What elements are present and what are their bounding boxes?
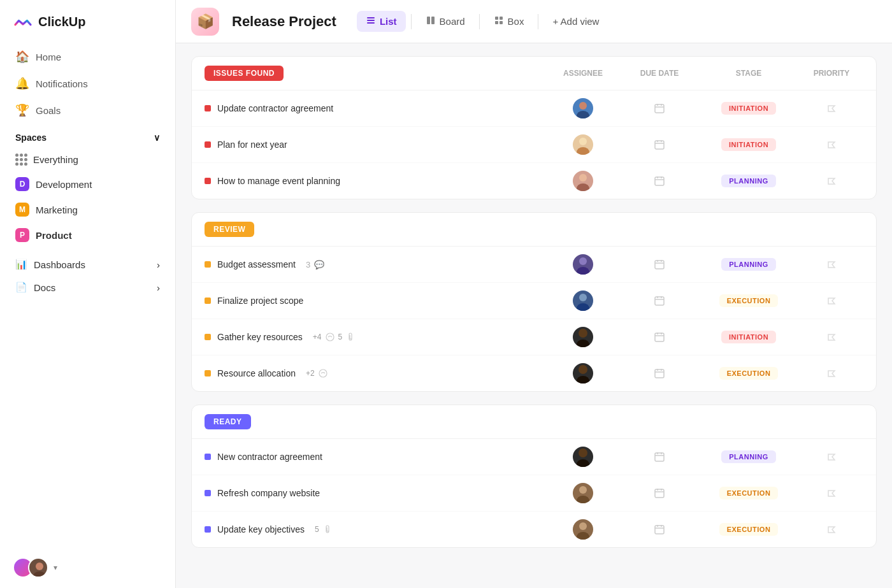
docs-chevron-icon: › (157, 282, 160, 293)
svg-rect-13 (655, 104, 664, 113)
svg-point-43 (577, 340, 589, 347)
sidebar-item-dashboards[interactable]: 📊 Dashboards › (8, 253, 168, 276)
sidebar-item-dashboards-label: Dashboards (34, 259, 85, 270)
stage-badge: PLANNING (721, 450, 775, 463)
subtask-count: +4 (313, 333, 322, 341)
task-stage: EXECUTION (698, 487, 800, 499)
task-name: Plan for next year (217, 140, 287, 150)
user-avatars[interactable] (13, 557, 48, 578)
table-row[interactable]: Resource allocation +2 EXECUTION (192, 355, 876, 391)
svg-point-50 (577, 376, 589, 384)
task-dot (205, 105, 211, 111)
attach-icon3 (323, 525, 332, 534)
task-meta: 3 💬 (306, 260, 324, 269)
svg-point-1 (33, 571, 46, 578)
task-stage: INITIATION (698, 331, 800, 343)
task-stage: INITIATION (698, 102, 800, 115)
sidebar-item-development[interactable]: D Development (8, 171, 168, 197)
svg-rect-63 (655, 489, 664, 498)
logo[interactable]: ClickUp (0, 0, 175, 43)
svg-rect-7 (495, 17, 498, 20)
sidebar-item-docs[interactable]: 📄 Docs › (8, 276, 168, 299)
svg-rect-9 (495, 21, 498, 24)
col-due-date: DUE DATE (621, 69, 698, 78)
task-count: 3 (306, 260, 310, 269)
board-tab-icon (426, 15, 436, 27)
svg-point-11 (579, 102, 587, 110)
sidebar-item-product-label: Product (36, 230, 72, 241)
tab-box[interactable]: Box (485, 11, 533, 32)
sidebar-item-docs-label: Docs (34, 282, 55, 293)
add-view-label: + Add view (552, 16, 599, 27)
add-view-button[interactable]: + Add view (543, 11, 608, 31)
table-row[interactable]: Update contractor agreement INITIATION (192, 90, 876, 127)
svg-point-24 (577, 183, 589, 191)
task-priority (800, 259, 863, 269)
user-menu-chevron-icon[interactable]: ▾ (54, 563, 57, 572)
avatar (573, 483, 593, 503)
section-ready: READY New contractor agreement PLANNIN (191, 405, 877, 548)
view-divider (411, 14, 412, 29)
task-stage: EXECUTION (698, 294, 800, 307)
tab-board[interactable]: Board (417, 11, 474, 32)
svg-point-42 (579, 329, 587, 338)
attach-count3: 5 (315, 525, 319, 534)
svg-point-35 (579, 294, 587, 301)
avatar (573, 519, 593, 540)
list-tab-icon (366, 15, 376, 27)
sidebar-item-everything[interactable]: Everything (8, 148, 168, 171)
task-priority (800, 103, 863, 113)
svg-point-23 (579, 174, 587, 182)
sidebar-item-notifications[interactable]: 🔔 Notifications (8, 70, 168, 97)
svg-rect-31 (655, 261, 664, 269)
sidebar: ClickUp 🏠 Home 🔔 Notifications 🏆 Goals S… (0, 0, 176, 588)
table-row[interactable]: How to manage event planning PLANNING (192, 163, 876, 199)
table-row[interactable]: Gather key resources +4 5 (192, 319, 876, 355)
table-row[interactable]: New contractor agreement PLANNING (192, 439, 876, 475)
attach-count: 5 (338, 333, 343, 341)
table-row[interactable]: Budget assessment 3 💬 PLANNING (192, 247, 876, 283)
svg-point-61 (579, 486, 587, 494)
sidebar-item-home[interactable]: 🏠 Home (8, 43, 168, 70)
task-assignee (545, 519, 621, 540)
sidebar-item-marketing[interactable]: M Marketing (8, 197, 168, 222)
task-name: New contractor agreement (217, 452, 322, 462)
tab-list[interactable]: List (357, 11, 406, 32)
subtask-count2: +2 (306, 369, 315, 378)
logo-text: ClickUp (38, 15, 85, 29)
link-icon (326, 333, 334, 341)
task-due-date (621, 524, 698, 535)
task-due-date (621, 451, 698, 463)
task-priority (800, 296, 863, 306)
tab-box-label: Box (508, 16, 524, 27)
task-name: Gather key resources (217, 332, 303, 342)
table-row[interactable]: Finalize project scope EXECUTION (192, 283, 876, 319)
task-dot (205, 526, 211, 533)
avatar-user2 (28, 557, 48, 578)
view-divider2 (479, 14, 480, 29)
table-row[interactable]: Update key objectives 5 EXECUTION (192, 512, 876, 547)
view-divider3 (538, 14, 538, 29)
sidebar-sections: 📊 Dashboards › 📄 Docs › (0, 248, 175, 304)
task-name: How to manage event planning (217, 176, 340, 186)
svg-point-67 (579, 522, 587, 530)
task-stage: PLANNING (698, 450, 800, 463)
svg-point-55 (579, 448, 587, 457)
sidebar-item-marketing-label: Marketing (36, 204, 78, 215)
sidebar-item-product[interactable]: P Product (8, 222, 168, 248)
spaces-header[interactable]: Spaces ∨ (0, 124, 175, 148)
product-badge: P (15, 228, 29, 242)
box-tab-icon (494, 15, 504, 27)
svg-point-0 (36, 563, 43, 570)
svg-rect-2 (367, 17, 375, 18)
sidebar-item-goals[interactable]: 🏆 Goals (8, 97, 168, 124)
task-due-date (621, 103, 698, 114)
task-assignee (545, 327, 621, 347)
svg-point-30 (577, 267, 589, 275)
task-priority (800, 368, 863, 378)
table-row[interactable]: Refresh company website EXECUTION (192, 475, 876, 512)
svg-point-56 (577, 459, 589, 467)
avatar (573, 171, 593, 191)
avatar (573, 327, 593, 347)
table-row[interactable]: Plan for next year INITIATION (192, 127, 876, 163)
